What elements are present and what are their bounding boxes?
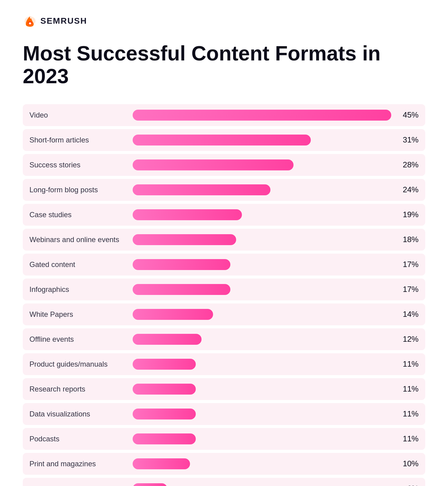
chart-row: Product guides/manuals 11% bbox=[23, 353, 425, 375]
row-pct: 11% bbox=[397, 409, 419, 419]
chart-row: Quizzes 6% bbox=[23, 478, 425, 486]
bar-track bbox=[133, 259, 391, 270]
chart-row: Webinars and online events 18% bbox=[23, 229, 425, 251]
row-pct: 24% bbox=[397, 185, 419, 194]
chart-row: Success stories 28% bbox=[23, 154, 425, 176]
row-pct: 19% bbox=[397, 210, 419, 219]
row-pct: 11% bbox=[397, 434, 419, 443]
logo-text: SEMRUSH bbox=[40, 16, 87, 26]
row-label: Gated content bbox=[29, 260, 127, 269]
svg-point-2 bbox=[29, 22, 31, 25]
bar-track bbox=[133, 359, 391, 370]
bar-track bbox=[133, 458, 391, 469]
bar-fill bbox=[133, 234, 236, 245]
chart-row: Offline events 12% bbox=[23, 328, 425, 350]
bar-track bbox=[133, 384, 391, 395]
chart-row: Research reports 11% bbox=[23, 378, 425, 400]
bar-fill bbox=[133, 184, 270, 195]
row-label: Offline events bbox=[29, 335, 127, 344]
page-title: Most Successful Content Formats in 2023 bbox=[23, 42, 425, 87]
row-label: White Papers bbox=[29, 310, 127, 319]
bar-fill bbox=[133, 458, 190, 469]
bar-fill bbox=[133, 334, 202, 345]
bar-fill bbox=[133, 159, 294, 170]
row-label: Webinars and online events bbox=[29, 235, 127, 244]
bar-fill bbox=[133, 359, 196, 370]
bar-track bbox=[133, 234, 391, 245]
row-label: Print and magazines bbox=[29, 460, 127, 468]
chart-row: Long-form blog posts 24% bbox=[23, 179, 425, 201]
chart-row: Print and magazines 10% bbox=[23, 453, 425, 475]
bar-fill bbox=[133, 209, 242, 220]
row-label: Research reports bbox=[29, 385, 127, 393]
bar-track bbox=[133, 309, 391, 320]
bar-track bbox=[133, 284, 391, 295]
bar-fill bbox=[133, 384, 196, 395]
bar-fill bbox=[133, 483, 167, 486]
bar-track bbox=[133, 209, 391, 220]
row-pct: 14% bbox=[397, 310, 419, 319]
bar-track bbox=[133, 334, 391, 345]
row-label: Quizzes bbox=[29, 484, 127, 486]
row-pct: 18% bbox=[397, 235, 419, 244]
bar-track bbox=[133, 135, 391, 145]
row-pct: 17% bbox=[397, 260, 419, 269]
bar-track bbox=[133, 409, 391, 419]
bar-track bbox=[133, 159, 391, 170]
row-label: Infographics bbox=[29, 285, 127, 294]
chart-row: Infographics 17% bbox=[23, 279, 425, 300]
chart-row: White Papers 14% bbox=[23, 303, 425, 325]
bar-fill bbox=[133, 409, 196, 419]
bar-fill bbox=[133, 259, 230, 270]
row-pct: 17% bbox=[397, 285, 419, 294]
bar-fill bbox=[133, 309, 213, 320]
row-pct: 31% bbox=[397, 135, 419, 145]
row-pct: 6% bbox=[397, 484, 419, 486]
row-pct: 45% bbox=[397, 110, 419, 120]
row-label: Long-form blog posts bbox=[29, 186, 127, 194]
row-pct: 11% bbox=[397, 359, 419, 369]
bar-track bbox=[133, 483, 391, 486]
bar-track bbox=[133, 110, 391, 121]
chart-row: Short-form articles 31% bbox=[23, 129, 425, 151]
chart-row: Gated content 17% bbox=[23, 254, 425, 276]
chart-row: Video 45% bbox=[23, 104, 425, 126]
row-label: Podcasts bbox=[29, 435, 127, 443]
bar-fill bbox=[133, 433, 196, 444]
row-label: Data visualizations bbox=[29, 410, 127, 418]
row-pct: 11% bbox=[397, 384, 419, 394]
row-label: Short-form articles bbox=[29, 136, 127, 144]
row-label: Case studies bbox=[29, 210, 127, 219]
chart-row: Data visualizations 11% bbox=[23, 403, 425, 425]
row-label: Video bbox=[29, 111, 127, 119]
bar-fill bbox=[133, 284, 230, 295]
chart-row: Case studies 19% bbox=[23, 204, 425, 226]
bar-track bbox=[133, 184, 391, 195]
bar-fill bbox=[133, 110, 391, 121]
chart-row: Podcasts 11% bbox=[23, 428, 425, 450]
row-label: Success stories bbox=[29, 161, 127, 169]
bar-fill bbox=[133, 135, 311, 145]
row-pct: 12% bbox=[397, 334, 419, 344]
semrush-logo-icon bbox=[23, 15, 37, 27]
row-pct: 10% bbox=[397, 459, 419, 468]
row-pct: 28% bbox=[397, 160, 419, 169]
row-label: Product guides/manuals bbox=[29, 360, 127, 368]
chart-container: Video 45% Short-form articles 31% Succes… bbox=[23, 104, 425, 486]
logo-area: SEMRUSH bbox=[23, 15, 425, 27]
bar-track bbox=[133, 433, 391, 444]
